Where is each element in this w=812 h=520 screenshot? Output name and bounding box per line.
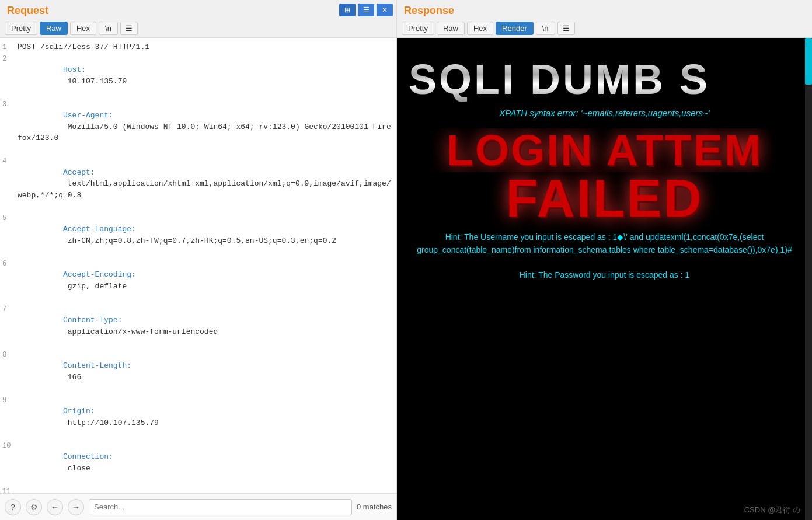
login-failed-line1: LOGIN ATTEM: [397, 128, 812, 172]
code-line-2: 2 Host: 10.107.135.79: [2, 53, 394, 99]
code-line-4: 4 Accept: text/html,application/xhtml+xm…: [2, 155, 394, 212]
raw-button[interactable]: Raw: [40, 22, 68, 35]
scrollbar-thumb[interactable]: [805, 38, 812, 85]
code-line-10: 10 Connection: close: [2, 440, 394, 486]
code-line-9: 9 Origin: http://10.107.135.79: [2, 395, 394, 440]
code-line-8: 8 Content-Length: 166: [2, 349, 394, 395]
help-button[interactable]: ?: [5, 499, 21, 515]
request-toolbar: Pretty Raw Hex \n ☰: [0, 19, 396, 38]
resp-raw-button[interactable]: Raw: [437, 22, 465, 35]
scrollbar[interactable]: [805, 38, 812, 520]
response-toolbar: Pretty Raw Hex Render \n ☰: [397, 19, 812, 38]
menu-button[interactable]: ☰: [120, 22, 138, 35]
hint2: Hint: The Password you input is escaped …: [502, 263, 708, 287]
request-title: Request: [0, 0, 396, 19]
hint1: Hint: The Username you input is escaped …: [397, 225, 812, 263]
resp-menu-button[interactable]: ☰: [557, 22, 575, 35]
search-input[interactable]: [89, 499, 352, 515]
bottom-bar: ? ⚙ ← → 0 matches: [0, 493, 396, 520]
request-panel: ⊞ ☰ ✕ Request Pretty Raw Hex \n ☰ 1 POST…: [0, 0, 397, 520]
back-button[interactable]: ←: [47, 499, 63, 515]
tile-view-button[interactable]: ⊞: [339, 4, 356, 16]
window-controls: ⊞ ☰ ✕: [339, 4, 393, 16]
settings-button[interactable]: ⚙: [26, 499, 42, 515]
response-panel: Response Pretty Raw Hex Render \n ☰ SQLI…: [397, 0, 812, 520]
resp-pretty-button[interactable]: Pretty: [402, 22, 434, 35]
list-view-button[interactable]: ☰: [358, 4, 374, 16]
pretty-button[interactable]: Pretty: [5, 22, 37, 35]
response-top: Response Pretty Raw Hex Render \n ☰: [397, 0, 812, 38]
xpath-error: XPATH syntax error: '~emails,referers,ua…: [487, 108, 721, 118]
request-code-area: 1 POST /sqli7/Less-37/ HTTP/1.1 2 Host: …: [0, 38, 396, 493]
match-count: 0 matches: [357, 502, 392, 511]
response-content: SQLI DUMB S XPATH syntax error: '~emails…: [397, 38, 812, 520]
code-line-11: 11 Referer: http://10.107.135.79/sqli7/L…: [2, 486, 394, 494]
resp-newline-button[interactable]: \n: [536, 22, 555, 35]
code-line-6: 6 Accept-Encoding: gzip, deflate: [2, 258, 394, 303]
watermark: CSDN @君衍 の: [744, 505, 800, 515]
code-line-3: 3 User-Agent: Mozilla/5.0 (Windows NT 10…: [2, 99, 394, 156]
response-title: Response: [397, 0, 812, 19]
close-button[interactable]: ✕: [377, 4, 393, 16]
sqli-title: SQLI DUMB S: [397, 55, 812, 103]
newline-button[interactable]: \n: [99, 22, 118, 35]
code-line-5: 5 Accept-Language: zh-CN,zh;q=0.8,zh-TW;…: [2, 212, 394, 258]
login-failed-line2: FAILED: [397, 172, 812, 225]
hex-button[interactable]: Hex: [70, 22, 96, 35]
resp-render-button[interactable]: Render: [496, 22, 534, 35]
code-line-1: 1 POST /sqli7/Less-37/ HTTP/1.1: [2, 41, 394, 53]
resp-hex-button[interactable]: Hex: [467, 22, 493, 35]
forward-button[interactable]: →: [68, 499, 84, 515]
code-line-7: 7 Content-Type: application/x-www-form-u…: [2, 303, 394, 349]
